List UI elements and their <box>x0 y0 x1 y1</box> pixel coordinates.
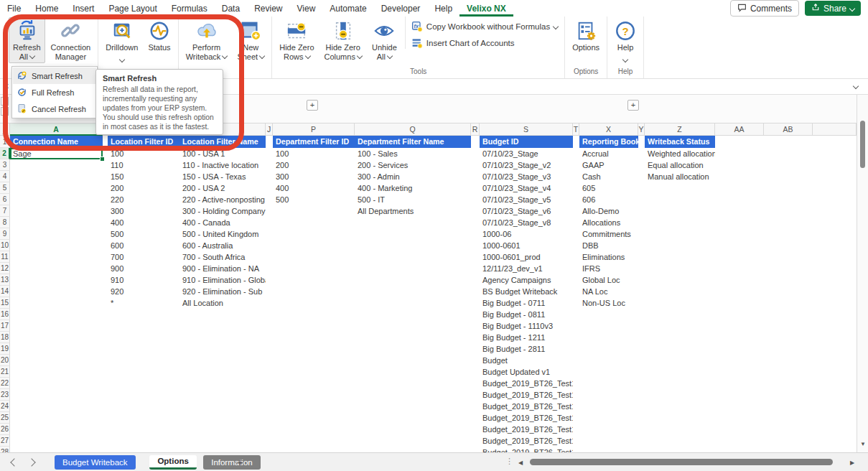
cell-X10[interactable]: DBB <box>579 240 638 251</box>
menu-tab-home[interactable]: Home <box>28 1 65 16</box>
cell-S26[interactable]: Budget_2019_BT26_Test13 <box>480 424 573 435</box>
row-header-25[interactable]: 25 <box>0 412 10 424</box>
menu-tab-formulas[interactable]: Formulas <box>164 1 215 16</box>
unhide-all-button[interactable]: UnhideAll <box>368 17 401 63</box>
header-cell-department-filter-id[interactable]: Department Filter ID <box>273 136 355 148</box>
cell-H7[interactable]: 300 <box>108 205 179 217</box>
cell-Q3[interactable]: 200 - Services <box>355 159 471 171</box>
vertical-scrollbar[interactable]: ▼ <box>857 95 868 452</box>
row-header-20[interactable]: 20 <box>0 355 10 366</box>
cell-S17[interactable]: Big Budget - 1110v3 <box>480 320 573 332</box>
cell-S6[interactable]: 07/10/23_Stage_v5 <box>480 194 573 205</box>
cell-I12[interactable]: 900 - Elimination - NA <box>179 263 266 274</box>
refresh-all-button[interactable]: RefreshAll <box>9 17 45 63</box>
row-header-13[interactable]: 13 <box>0 274 10 286</box>
cell-S3[interactable]: 07/10/23_Stage_v2 <box>480 159 573 171</box>
menu-tab-automate[interactable]: Automate <box>322 1 373 16</box>
cell-H4[interactable]: 150 <box>108 171 179 182</box>
insert-chart-of-accounts-button[interactable]: Insert Chart of Accounts <box>411 37 558 49</box>
menu-tab-velixo-nx[interactable]: Velixo NX <box>459 1 513 17</box>
column-header-S[interactable]: S <box>480 123 573 136</box>
cell-S10[interactable]: 1000-0601 <box>480 240 573 251</box>
cell-S14[interactable]: BS Budget Writeback <box>480 286 573 297</box>
cell-X3[interactable]: GAAP <box>579 159 638 171</box>
row-header-26[interactable]: 26 <box>0 424 10 435</box>
cell-S24[interactable]: Budget_2019_BT26_Test11 <box>480 401 573 412</box>
scroll-right-arrow-icon[interactable]: ▶ <box>850 460 854 466</box>
cell-H9[interactable]: 500 <box>108 228 179 240</box>
perform-writeback-button[interactable]: PerformWriteback <box>182 17 232 63</box>
row-header-18[interactable]: 18 <box>0 332 10 343</box>
cell-P5[interactable]: 400 <box>273 182 355 194</box>
drilldown-button[interactable]: Drilldown <box>101 17 142 60</box>
cell-Q2[interactable]: 100 - Sales <box>355 148 471 159</box>
cell-I4[interactable]: 150 - USA - Texas <box>179 171 266 182</box>
row-header-22[interactable]: 22 <box>0 378 10 389</box>
cell-X11[interactable]: Eliminations <box>579 251 638 263</box>
row-header-7[interactable]: 7 <box>0 205 10 217</box>
cell-S13[interactable]: Agency Campaigns <box>480 274 573 286</box>
cell-Q6[interactable]: 500 - IT <box>355 194 471 205</box>
cell-H12[interactable]: 900 <box>108 263 179 274</box>
column-header-AB[interactable]: AB <box>764 123 813 136</box>
next-sheet-arrow-icon[interactable] <box>27 458 35 466</box>
cell-S9[interactable]: 1000-06 <box>480 228 573 240</box>
cell-H5[interactable]: 200 <box>108 182 179 194</box>
expand-columns-button[interactable]: + <box>307 100 318 111</box>
new-sheet-button[interactable]: NewSheet <box>233 17 269 63</box>
cell-S27[interactable]: Budget_2019_BT26_Test14 <box>480 435 573 447</box>
horizontal-scrollbar-thumb[interactable] <box>530 459 833 465</box>
hide-zero-rows-button[interactable]: Hide ZeroRows <box>275 17 318 63</box>
cell-X12[interactable]: IFRS <box>579 263 638 274</box>
menu-tab-insert[interactable]: Insert <box>65 1 101 16</box>
column-header-R[interactable]: R <box>471 123 480 136</box>
row-header-17[interactable]: 17 <box>0 320 10 332</box>
cell-S15[interactable]: Big Budget - 0711 <box>480 297 573 309</box>
scroll-left-arrow-icon[interactable]: ◀ <box>518 460 523 466</box>
cell-H6[interactable]: 220 <box>108 194 179 205</box>
menu-tab-help[interactable]: Help <box>427 1 459 16</box>
connection-manager-button[interactable]: ConnectionManager <box>47 17 95 63</box>
cell-Q7[interactable]: All Departments <box>355 205 471 217</box>
column-header-Z[interactable]: Z <box>645 123 715 136</box>
cell-I8[interactable]: 400 - Canada <box>179 217 266 228</box>
column-header-P[interactable]: P <box>273 123 355 136</box>
column-header-X[interactable]: X <box>579 123 638 136</box>
copy-workbook-without-formulas-button[interactable]: fxCopy Workbook without Formulas <box>411 21 558 32</box>
help-button[interactable]: ?Help <box>610 17 640 60</box>
cell-S25[interactable]: Budget_2019_BT26_Test12 <box>480 412 573 424</box>
cell-S28[interactable]: Budget_2019_BT26_Test15 <box>480 447 573 452</box>
column-header-hidden[interactable] <box>813 123 857 136</box>
row-header-1[interactable]: 1 <box>0 136 10 148</box>
menu-item-smart-refresh[interactable]: Smart Refresh <box>13 67 96 84</box>
share-button[interactable]: Share <box>805 1 861 16</box>
row-header-16[interactable]: 16 <box>0 309 10 320</box>
menu-tab-data[interactable]: Data <box>215 1 247 16</box>
row-header-14[interactable]: 14 <box>0 286 10 297</box>
cell-X4[interactable]: Cash <box>579 171 638 182</box>
menu-tab-file[interactable]: File <box>0 1 28 16</box>
header-cell-department-filter-name[interactable]: Department Filter Name <box>355 136 471 148</box>
cell-S4[interactable]: 07/10/23_Stage_v3 <box>480 171 573 182</box>
header-cell-connection-name[interactable]: Connection Name <box>10 136 103 148</box>
cell-I10[interactable]: 600 - Australia <box>179 240 266 251</box>
cell-X14[interactable]: NA Loc <box>579 286 638 297</box>
comments-button[interactable]: Comments <box>730 0 799 17</box>
cell-S19[interactable]: Big Budget - 2811 <box>480 343 573 355</box>
cell-X5[interactable]: 605 <box>579 182 638 194</box>
row-header-8[interactable]: 8 <box>0 217 10 228</box>
sheet-tab-information[interactable]: Information <box>203 455 261 470</box>
header-cell-budget-id[interactable]: Budget ID <box>480 136 573 148</box>
row-header-9[interactable]: 9 <box>0 228 10 240</box>
options-button[interactable]: Options <box>568 17 604 54</box>
cell-X6[interactable]: 606 <box>579 194 638 205</box>
cell-X8[interactable]: Allocations <box>579 217 638 228</box>
select-all-corner[interactable] <box>0 123 10 136</box>
cell-X13[interactable]: Global Loc <box>579 274 638 286</box>
row-header-28[interactable]: 28 <box>0 447 10 452</box>
cell-P4[interactable]: 300 <box>273 171 355 182</box>
outline-level-2-button[interactable]: 2 <box>1 107 9 116</box>
cell-S2[interactable]: 07/10/23_Stage <box>480 148 573 159</box>
cell-Q5[interactable]: 400 - Marketing <box>355 182 471 194</box>
cell-H13[interactable]: 910 <box>108 274 179 286</box>
